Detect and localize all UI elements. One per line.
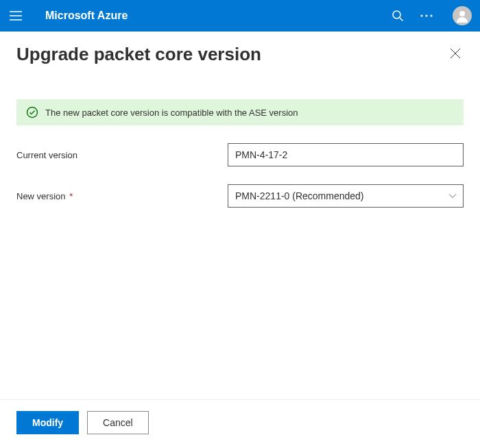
content-area: The new packet core version is compatibl… — [0, 76, 480, 399]
search-icon — [392, 10, 404, 22]
avatar[interactable] — [453, 6, 472, 25]
svg-point-5 — [459, 11, 465, 16]
banner-message: The new packet core version is compatibl… — [45, 108, 298, 118]
hamburger-icon — [10, 11, 22, 21]
brand-title: Microsoft Azure — [45, 10, 391, 22]
new-version-select[interactable]: PMN-2211-0 (Recommended) — [228, 184, 464, 208]
cancel-button[interactable]: Cancel — [87, 411, 149, 434]
top-bar: Microsoft Azure — [0, 0, 480, 32]
new-version-row: New version * PMN-2211-0 (Recommended) — [16, 184, 464, 208]
footer: Modify Cancel — [0, 399, 480, 448]
required-indicator: * — [67, 191, 73, 201]
more-icon — [420, 14, 433, 17]
success-banner: The new packet core version is compatibl… — [16, 99, 464, 125]
current-version-row: Current version — [16, 143, 464, 166]
hamburger-menu-button[interactable] — [0, 0, 32, 32]
page-header: Upgrade packet core version — [0, 32, 480, 76]
new-version-label-text: New version — [16, 191, 66, 201]
new-version-label: New version * — [16, 191, 228, 201]
svg-point-2 — [420, 14, 422, 16]
svg-point-4 — [430, 14, 432, 16]
svg-point-0 — [393, 11, 400, 18]
checkmark-circle-icon — [26, 106, 38, 119]
person-icon — [455, 8, 470, 23]
new-version-select-wrap: PMN-2211-0 (Recommended) — [228, 184, 464, 208]
svg-line-1 — [400, 18, 403, 21]
svg-point-3 — [425, 14, 427, 16]
page-title: Upgrade packet core version — [16, 44, 261, 65]
close-icon — [450, 48, 461, 59]
current-version-label: Current version — [16, 150, 228, 160]
current-version-input[interactable] — [228, 143, 464, 166]
search-button[interactable] — [391, 9, 405, 23]
close-button[interactable] — [447, 45, 464, 64]
top-actions — [391, 6, 472, 25]
svg-point-8 — [27, 108, 38, 118]
more-button[interactable] — [420, 9, 433, 23]
modify-button[interactable]: Modify — [16, 411, 79, 434]
